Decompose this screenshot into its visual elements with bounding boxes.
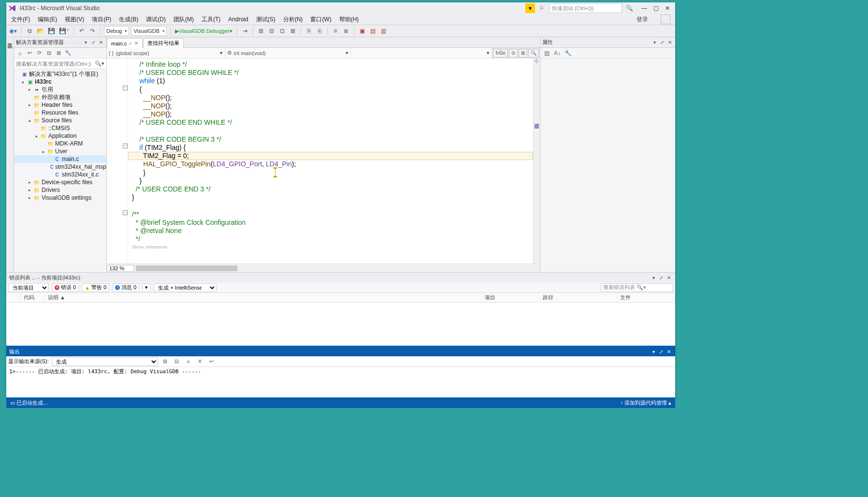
configuration-combo[interactable]: Debug — [104, 26, 129, 36]
fold-toggle-icon[interactable]: − — [123, 144, 128, 148]
tree-mdk-arm[interactable]: 📁MDK-ARM — [14, 140, 106, 147]
panel-dropdown-icon[interactable]: ▾ — [650, 349, 657, 354]
output-source-combo[interactable]: 生成 — [52, 357, 158, 366]
menu-team[interactable]: 团队(M) — [174, 15, 194, 24]
tb-icon-8[interactable]: ≣ — [342, 26, 350, 36]
pin-icon[interactable]: ⤢ — [129, 41, 132, 46]
horizontal-scrollbar[interactable] — [136, 265, 540, 272]
tree-source-files[interactable]: ▴📁Source files — [14, 117, 106, 124]
error-search-input[interactable]: 搜索错误列表 🔍▾ — [601, 283, 673, 292]
panel-dropdown-icon[interactable]: ▾ — [650, 275, 657, 280]
quick-launch-input[interactable]: 快速启动 (Ctrl+Q) — [550, 3, 622, 13]
tree-references[interactable]: ▸▪▪引用 — [14, 86, 106, 93]
tree-external-deps[interactable]: 📁外部依赖项 — [14, 93, 106, 101]
col-description[interactable]: 说明 ▲ — [45, 293, 482, 302]
nav-empty-combo[interactable]: ▾ — [351, 48, 492, 58]
out-btn-3[interactable]: ≡ — [184, 357, 193, 366]
out-wrap-icon[interactable]: ↩ — [207, 357, 216, 366]
tb-icon-1[interactable]: ⊞ — [257, 26, 265, 36]
sign-in-link[interactable]: 登录 — [637, 15, 648, 24]
tree-project[interactable]: ▴▣l433rc — [14, 78, 106, 86]
tree-resource-files[interactable]: 📁Resource files — [14, 109, 106, 117]
feedback-icon[interactable]: ⚐ — [537, 3, 547, 13]
split-icon[interactable]: ⊹ — [534, 58, 539, 64]
se-back-icon[interactable]: ↩ — [26, 49, 33, 57]
filter-button[interactable]: ▾ — [142, 283, 151, 292]
pin-icon[interactable]: ⤢ — [659, 40, 665, 45]
toolbox-collapsed-tab[interactable]: 工具箱 — [6, 37, 14, 272]
alphabetical-icon[interactable]: A↓ — [553, 49, 562, 58]
vertical-scrollbar[interactable]: ⊹ — [533, 58, 540, 263]
menu-test[interactable]: 测试(S) — [256, 15, 275, 24]
minimize-button[interactable]: — — [638, 3, 650, 13]
new-project-button[interactable]: ⧉ — [25, 26, 34, 36]
step-button[interactable]: ⇥ — [241, 26, 249, 36]
tree-drivers[interactable]: ▸📁Drivers — [14, 186, 106, 194]
maximize-button[interactable]: ▢ — [650, 3, 662, 13]
messages-filter[interactable]: i消息 0 — [112, 283, 139, 292]
search-icon[interactable]: 🔍 — [626, 5, 635, 12]
out-clear-icon[interactable]: ✕ — [196, 357, 204, 366]
panel-dropdown-icon[interactable]: ▾ — [651, 40, 658, 45]
error-scope-combo[interactable]: 当前项目 — [8, 283, 49, 292]
nav-search-icon[interactable]: 🔍 — [528, 49, 539, 58]
tree-device-specific[interactable]: ▸📁Device-specific files — [14, 178, 106, 186]
warnings-filter[interactable]: ▲警告 0 — [82, 283, 109, 292]
solution-search-input[interactable] — [16, 61, 95, 67]
start-debugger-button[interactable]: ▶ VisualGDB Debugger ▾ — [174, 26, 233, 36]
zoom-combo[interactable] — [107, 265, 134, 272]
pin-icon[interactable]: ⤢ — [658, 275, 665, 280]
tree-main-c[interactable]: Cmain.c — [14, 155, 106, 163]
se-home-icon[interactable]: ⌂ — [16, 49, 24, 57]
menu-debug[interactable]: 调试(D) — [146, 15, 166, 24]
user-avatar-icon[interactable] — [661, 15, 670, 24]
platform-combo[interactable]: VisualGDB — [131, 26, 167, 36]
tb-icon-10[interactable]: ▤ — [368, 26, 377, 36]
tb-icon-11[interactable]: ▥ — [379, 26, 388, 36]
member-combo[interactable]: ⚙ int main(void)▾ — [225, 48, 351, 58]
scroll-thumb[interactable] — [535, 124, 539, 129]
categorized-icon[interactable]: ▤ — [542, 49, 551, 58]
close-button[interactable]: ✕ — [662, 3, 673, 13]
tb-icon-7[interactable]: ≡ — [331, 26, 340, 36]
tree-application[interactable]: ▴📁Application — [14, 132, 106, 140]
notification-flag-icon[interactable]: ▾ — [525, 3, 535, 13]
se-properties-icon[interactable]: 🔧 — [64, 49, 72, 57]
tb-icon-2[interactable]: ⊟ — [267, 26, 276, 36]
menu-tools[interactable]: 工具(T) — [202, 15, 220, 24]
panel-close-icon[interactable]: ✕ — [98, 40, 104, 45]
tb-icon-3[interactable]: ⊡ — [278, 26, 287, 36]
source-control-link[interactable]: ↑ 添加到源代码管理 ▴ — [620, 399, 671, 407]
search-dropdown-icon[interactable]: ▾ — [101, 60, 104, 67]
hscroll-thumb[interactable] — [136, 265, 237, 271]
close-tab-icon[interactable]: ✕ — [134, 41, 138, 46]
panel-dropdown-icon[interactable]: ▾ — [82, 40, 89, 45]
error-source-combo[interactable]: 生成 + IntelliSense — [154, 283, 217, 292]
out-btn-2[interactable]: ⊟ — [173, 357, 181, 366]
se-sync-icon[interactable]: ⟳ — [35, 49, 43, 57]
panel-close-icon[interactable]: ✕ — [665, 349, 672, 354]
menu-help[interactable]: 帮助(H) — [339, 15, 359, 24]
menu-file[interactable]: 文件(F) — [11, 15, 30, 24]
col-code[interactable]: 代码 — [21, 293, 45, 302]
menu-project[interactable]: 项目(P) — [92, 15, 111, 24]
output-text[interactable]: 1>------ 已启动生成: 项目: l433rc, 配置: Debug Vi… — [6, 367, 675, 399]
pin-icon[interactable]: ⤢ — [658, 349, 665, 354]
tb-icon-4[interactable]: ⊠ — [289, 26, 297, 36]
out-btn-1[interactable]: ⊞ — [161, 357, 170, 366]
nav-back-button[interactable]: ◉▾ — [8, 26, 18, 36]
tab-main-c[interactable]: main.c⤢✕ — [107, 38, 143, 48]
se-show-all-icon[interactable]: ⊞ — [55, 49, 62, 57]
nav-btn-2[interactable]: ⊞ — [519, 49, 527, 58]
panel-close-icon[interactable]: ✕ — [665, 275, 672, 280]
open-file-button[interactable]: 📂 — [36, 26, 45, 36]
save-all-button[interactable]: 💾⁺ — [58, 26, 70, 36]
nav-btn-1[interactable]: ⊙ — [509, 49, 518, 58]
col-path[interactable]: 路径 — [540, 293, 617, 302]
search-icon[interactable]: 🔍 — [95, 60, 101, 67]
menu-android[interactable]: Android — [228, 16, 248, 23]
se-collapse-icon[interactable]: ⊟ — [45, 49, 53, 57]
tree-header-files[interactable]: ▸📁Header files — [14, 101, 106, 109]
codelens-show-references[interactable]: Show references — [132, 244, 167, 249]
col-file[interactable]: 文件 — [617, 293, 675, 302]
